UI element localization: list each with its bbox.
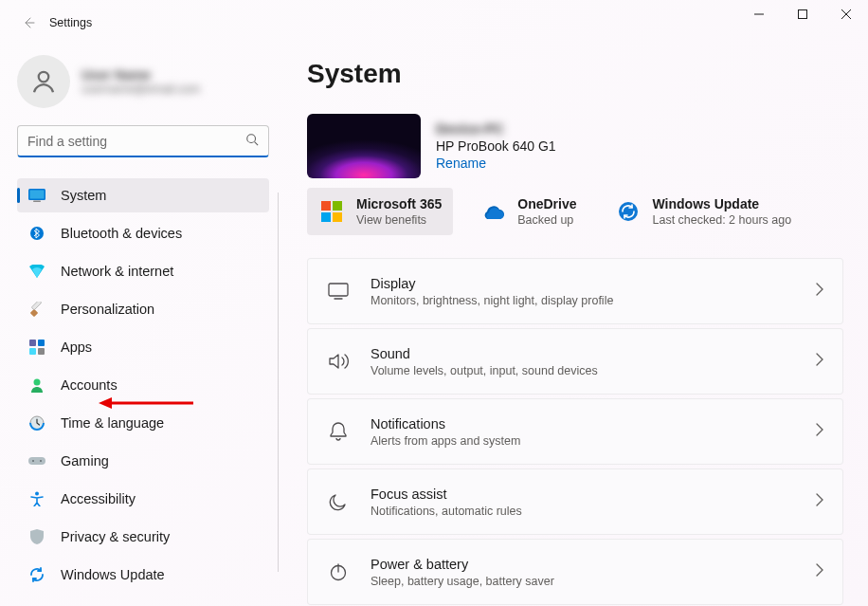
tile-sub: View benefits <box>356 212 442 228</box>
card-title: Power & battery <box>371 555 795 574</box>
tile-sub: Backed up <box>517 212 576 228</box>
card-title: Sound <box>371 344 795 363</box>
accounts-icon <box>28 376 45 394</box>
card-sub: Sleep, battery usage, battery saver <box>371 574 795 589</box>
sidebar-item-personalization[interactable]: Personalization <box>17 292 269 326</box>
apps-icon <box>28 339 45 356</box>
status-tiles: Microsoft 365 View benefits OneDrive Bac… <box>307 188 843 235</box>
power-icon <box>327 560 350 583</box>
sidebar-item-update[interactable]: Windows Update <box>17 558 269 592</box>
device-thumbnail[interactable] <box>307 114 421 178</box>
sidebar-item-time[interactable]: Time & language <box>17 406 269 440</box>
card-title: Notifications <box>371 414 795 433</box>
svg-rect-7 <box>30 309 38 317</box>
notifications-icon <box>327 420 350 443</box>
card-sub: Alerts from apps and system <box>371 433 795 449</box>
device-info: Device-PC HP ProBook 640 G1 Rename <box>436 121 556 171</box>
card-notifications[interactable]: Notifications Alerts from apps and syste… <box>307 398 843 465</box>
avatar <box>17 55 70 108</box>
main-panel: System Device-PC HP ProBook 640 G1 Renam… <box>284 46 868 606</box>
card-sub: Notifications, automatic rules <box>371 504 795 519</box>
account-name: User Name <box>81 67 200 83</box>
tile-windows-update[interactable]: Windows Update Last checked: 2 hours ago <box>604 188 804 235</box>
sidebar-item-label: Network & internet <box>61 264 173 279</box>
sidebar-item-label: Accessibility <box>61 491 136 506</box>
card-sub: Monitors, brightness, night light, displ… <box>371 293 795 308</box>
focus-assist-icon <box>327 490 350 513</box>
chevron-right-icon <box>816 353 823 370</box>
sidebar-item-apps[interactable]: Apps <box>17 330 269 364</box>
titlebar: Settings <box>0 0 868 46</box>
svg-rect-4 <box>30 191 45 199</box>
sidebar-item-network[interactable]: Network & internet <box>17 254 269 288</box>
sidebar-item-system[interactable]: System <box>17 178 269 212</box>
nav-list: System Bluetooth & devices Network & int… <box>17 178 269 592</box>
account-text: User Name username@email.com <box>81 67 200 96</box>
minimize-button[interactable] <box>737 0 781 28</box>
sidebar-item-accessibility[interactable]: Accessibility <box>17 482 269 516</box>
chevron-right-icon <box>816 493 823 510</box>
tile-microsoft-365[interactable]: Microsoft 365 View benefits <box>307 188 453 235</box>
device-row: Device-PC HP ProBook 640 G1 Rename <box>307 114 843 178</box>
window-controls <box>737 0 868 28</box>
scrollbar-track[interactable] <box>278 193 279 572</box>
sidebar-item-bluetooth[interactable]: Bluetooth & devices <box>17 216 269 250</box>
sidebar-item-label: System <box>61 188 106 203</box>
chevron-right-icon <box>816 563 823 580</box>
accessibility-icon <box>28 490 45 507</box>
card-sound[interactable]: Sound Volume levels, output, input, soun… <box>307 328 843 395</box>
svg-rect-22 <box>321 201 331 211</box>
microsoft-365-icon <box>318 198 345 225</box>
svg-point-17 <box>32 460 34 462</box>
back-button[interactable] <box>11 6 45 40</box>
privacy-icon <box>28 528 45 545</box>
search-box[interactable] <box>17 125 269 157</box>
card-sub: Volume levels, output, input, sound devi… <box>371 363 795 378</box>
device-model: HP ProBook 640 G1 <box>436 138 556 154</box>
network-icon <box>28 263 45 280</box>
maximize-button[interactable] <box>781 0 824 28</box>
tile-onedrive[interactable]: OneDrive Backed up <box>468 188 588 235</box>
card-title: Focus assist <box>371 485 795 504</box>
svg-rect-12 <box>38 348 45 355</box>
sidebar-item-label: Time & language <box>61 415 164 431</box>
time-icon <box>28 414 45 432</box>
svg-rect-10 <box>38 340 45 346</box>
gaming-icon <box>28 452 45 469</box>
settings-list: Display Monitors, brightness, night ligh… <box>307 258 843 605</box>
sidebar-item-accounts[interactable]: Accounts <box>17 368 269 402</box>
svg-point-2 <box>247 134 256 142</box>
bluetooth-icon <box>28 225 45 242</box>
sidebar-item-label: Personalization <box>61 302 154 317</box>
svg-rect-23 <box>333 201 342 211</box>
svg-point-19 <box>35 492 39 496</box>
search-icon <box>245 133 259 150</box>
system-icon <box>28 187 45 204</box>
sidebar-item-privacy[interactable]: Privacy & security <box>17 520 269 554</box>
rename-link[interactable]: Rename <box>436 156 556 171</box>
svg-rect-24 <box>321 212 331 222</box>
account-email: username@email.com <box>81 83 200 96</box>
svg-rect-27 <box>329 284 348 296</box>
tile-sub: Last checked: 2 hours ago <box>653 212 792 228</box>
svg-rect-5 <box>33 201 41 203</box>
card-title: Display <box>371 274 795 293</box>
display-icon <box>327 280 350 303</box>
card-display[interactable]: Display Monitors, brightness, night ligh… <box>307 258 843 324</box>
svg-rect-25 <box>333 212 342 222</box>
tile-title: Windows Update <box>653 195 792 212</box>
windows-update-icon <box>615 198 642 225</box>
close-button[interactable] <box>824 0 868 28</box>
sidebar-item-gaming[interactable]: Gaming <box>17 444 269 478</box>
sidebar-item-label: Bluetooth & devices <box>61 226 182 241</box>
device-name: Device-PC <box>436 121 556 137</box>
personalization-icon <box>28 301 45 318</box>
chevron-right-icon <box>816 283 823 300</box>
card-power[interactable]: Power & battery Sleep, battery usage, ba… <box>307 539 843 605</box>
card-focus-assist[interactable]: Focus assist Notifications, automatic ru… <box>307 468 843 535</box>
chevron-right-icon <box>816 423 823 440</box>
search-input[interactable] <box>27 134 245 149</box>
account-block[interactable]: User Name username@email.com <box>17 46 275 125</box>
svg-rect-16 <box>28 457 45 465</box>
svg-point-26 <box>619 202 638 221</box>
